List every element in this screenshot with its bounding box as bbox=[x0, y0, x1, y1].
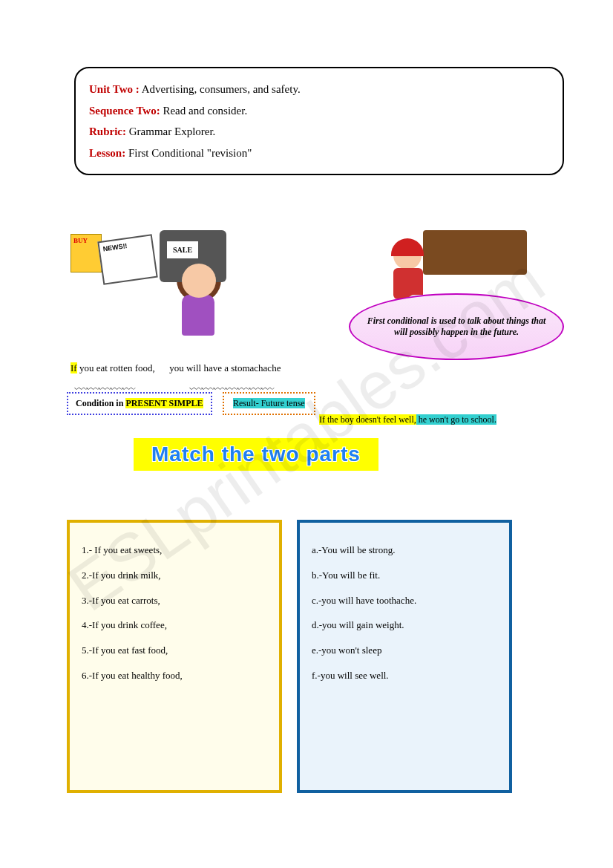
list-item: 4.-If you drink coffee, bbox=[82, 613, 267, 638]
sequence-label: Sequence Two: bbox=[89, 105, 160, 117]
lesson-value: First Conditional "revision" bbox=[125, 147, 252, 159]
list-item: c.-you will have toothache. bbox=[312, 588, 497, 613]
list-item: f.-you will see well. bbox=[312, 663, 497, 688]
result-box: Result- Future tense bbox=[223, 392, 315, 415]
rubric-row: Rubric: Grammar Explorer. bbox=[89, 121, 549, 143]
brace-right-icon: ﹏﹏﹏﹏﹏﹏﹏ bbox=[189, 374, 272, 394]
match-left-box: 1.- If you eat sweets, 2.-If you drink m… bbox=[67, 520, 282, 793]
example2-condition: If the boy doesn't feel well, bbox=[319, 414, 416, 425]
list-item: 6.-If you eat healthy food, bbox=[82, 663, 267, 688]
rubric-value: Grammar Explorer. bbox=[126, 125, 215, 137]
list-item: a.-You will be strong. bbox=[312, 538, 497, 563]
match-title: Match the two parts bbox=[134, 438, 378, 471]
rubric-label: Rubric: bbox=[89, 125, 126, 137]
injured-boy-clipart bbox=[378, 200, 534, 304]
list-item: d.-you will gain weight. bbox=[312, 613, 497, 638]
example-sentence-1: If you eat rotten food, you will have a … bbox=[71, 362, 281, 374]
buy-poster-icon bbox=[71, 234, 102, 273]
sequence-value: Read and consider. bbox=[160, 105, 247, 117]
definition-text: First conditional is used to talk about … bbox=[365, 316, 548, 338]
condition-prefix: Condition bbox=[76, 398, 114, 408]
list-item: e.-you won't sleep bbox=[312, 638, 497, 663]
sequence-row: Sequence Two: Read and consider. bbox=[89, 100, 549, 122]
lesson-row: Lesson: First Conditional "revision" bbox=[89, 143, 549, 164]
unit-value: Advertising, consumers, and safety. bbox=[140, 83, 301, 95]
newspaper-icon bbox=[97, 234, 157, 285]
advertising-clipart bbox=[71, 215, 256, 349]
match-right-box: a.-You will be strong. b.-You will be fi… bbox=[297, 520, 512, 793]
present-simple-highlight: PRESENT SIMPLE bbox=[125, 398, 203, 408]
girl-icon bbox=[182, 264, 216, 336]
definition-oval: First conditional is used to talk about … bbox=[349, 293, 564, 360]
condition-text: you eat rotten food, bbox=[77, 362, 155, 373]
list-item: 5.-If you eat fast food, bbox=[82, 638, 267, 663]
condition-box: Condition in PRESENT SIMPLE bbox=[67, 392, 212, 415]
if-highlight: If bbox=[71, 362, 77, 373]
example-sentence-2: If the boy doesn't feel well, he won't g… bbox=[319, 414, 496, 425]
lesson-label: Lesson: bbox=[89, 147, 125, 159]
result-text: you will have a stomachache bbox=[169, 362, 281, 373]
bench-icon bbox=[423, 230, 527, 275]
brace-left-icon: ﹏﹏﹏﹏﹏ bbox=[74, 374, 134, 394]
list-item: 1.- If you eat sweets, bbox=[82, 538, 267, 563]
unit-row: Unit Two : Advertising, consumers, and s… bbox=[89, 79, 549, 100]
condition-mid: in bbox=[114, 398, 125, 408]
list-item: 3.-If you eat carrots, bbox=[82, 588, 267, 613]
example2-result: he won't go to school. bbox=[416, 414, 496, 425]
list-item: 2.-If you drink milk, bbox=[82, 563, 267, 588]
header-box: Unit Two : Advertising, consumers, and s… bbox=[74, 67, 564, 175]
result-box-text: Result- Future tense bbox=[233, 398, 305, 408]
boy-icon bbox=[393, 241, 423, 299]
unit-label: Unit Two : bbox=[89, 83, 140, 95]
list-item: b.-You will be fit. bbox=[312, 563, 497, 588]
